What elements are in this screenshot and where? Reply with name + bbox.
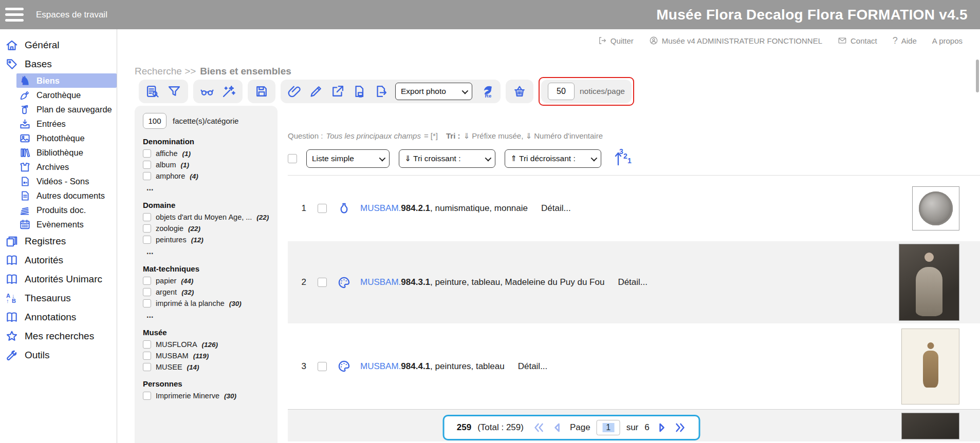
sidebar-item-autorites-unimarc[interactable]: Autorités Unimarc (0, 269, 117, 288)
facet-item-peintures[interactable]: peintures(12) (143, 236, 269, 244)
record-thumbnail[interactable] (901, 329, 959, 405)
hamburger-menu-icon[interactable] (5, 8, 24, 22)
external-link-icon[interactable] (330, 84, 345, 99)
sidebar-item-autres-documents[interactable]: Autres documents (16, 188, 117, 203)
facet-item-musee[interactable]: MUSEE(14) (143, 363, 269, 371)
filter-icon[interactable] (167, 84, 181, 99)
sidebar-item-evenements[interactable]: Evènements (16, 217, 117, 232)
facet-item-musflora[interactable]: MUSFLORA(126) (143, 340, 269, 349)
row-checkbox[interactable] (318, 204, 327, 213)
sidebar-item-annotations[interactable]: Annotations (0, 307, 117, 326)
record-thumbnail[interactable] (901, 413, 959, 439)
previous-page-icon[interactable] (551, 421, 564, 434)
checkbox[interactable] (143, 352, 151, 360)
page-input[interactable]: 1 (597, 420, 620, 435)
magic-wand-icon[interactable] (221, 84, 236, 99)
facet-item-objets-art[interactable]: objets d'art du Moyen Age, ...(22) (143, 213, 269, 221)
checkbox[interactable] (143, 224, 151, 233)
results-list: 1 MUSBAM.984.2.1, numismatique, monnaie … (288, 175, 980, 443)
checkbox[interactable] (143, 340, 151, 349)
export-document-icon[interactable] (374, 84, 388, 99)
vertical-scrollbar[interactable] (976, 60, 979, 92)
save-icon[interactable] (254, 84, 269, 99)
help-link[interactable]: ? Aide (893, 35, 917, 46)
checkbox[interactable] (143, 172, 151, 180)
sidebar-item-videos-sons[interactable]: Vidéos - Sons (16, 174, 117, 188)
basket-icon[interactable] (512, 84, 527, 99)
detail-link[interactable]: Détail... (518, 361, 548, 372)
result-row[interactable]: 1 MUSBAM.984.2.1, numismatique, monnaie … (288, 176, 980, 241)
record-prefix-link[interactable]: MUSBAM. (360, 361, 401, 371)
last-page-icon[interactable] (674, 421, 687, 434)
row-checkbox[interactable] (318, 278, 327, 287)
facet-item-imprimerie-minerve[interactable]: Imprimerie Minerve(30) (143, 392, 269, 400)
sidebar-item-phototheque[interactable]: Photothèque (16, 131, 117, 145)
results-list-icon[interactable] (145, 84, 160, 99)
facet-item-imprime[interactable]: imprimé à la planche(30) (143, 299, 269, 307)
detail-link[interactable]: Détail... (541, 203, 571, 214)
facet-item-album[interactable]: album(1) (143, 161, 269, 169)
checkbox[interactable] (143, 277, 151, 285)
per-page-input[interactable] (548, 83, 575, 100)
record-prefix-link[interactable]: MUSBAM. (360, 277, 401, 287)
facet-more-link[interactable]: ... (146, 247, 269, 256)
checkbox[interactable] (143, 149, 151, 158)
sidebar-item-entrees[interactable]: Entrées (16, 117, 117, 131)
facet-item-papier[interactable]: papier(44) (143, 277, 269, 285)
edit-pencil-icon[interactable] (309, 84, 323, 99)
contact-link[interactable]: Contact (838, 36, 877, 45)
workspace-label[interactable]: Espaces de travail (36, 10, 107, 20)
facet-item-musbam[interactable]: MUSBAM(119) (143, 352, 269, 360)
user-account-link[interactable]: Musée v4 ADMINISTRATEUR FONCTIONNEL (649, 36, 822, 45)
facets-per-category-input[interactable] (143, 113, 167, 129)
sidebar-item-carotheque[interactable]: Carothèque (16, 88, 117, 102)
export-photo-select[interactable]: Export photo (395, 83, 472, 100)
about-link[interactable]: A propos (932, 36, 963, 45)
result-row[interactable]: 3 MUSBAM.984.4.1, peintures, tableau Dét… (288, 323, 980, 409)
checkbox[interactable] (143, 161, 151, 169)
facet-item-amphore[interactable]: amphore(4) (143, 172, 269, 180)
sort-ascending-select[interactable]: ⇓ Tri croissant : (399, 149, 495, 168)
sidebar-item-produits-doc[interactable]: Produits doc. (16, 203, 117, 217)
sidebar-item-registres[interactable]: Registres (0, 232, 117, 251)
checkbox[interactable] (143, 236, 151, 244)
attachment-icon[interactable] (287, 84, 302, 99)
facet-item-zoologie[interactable]: zoologie(22) (143, 224, 269, 233)
checkbox[interactable] (143, 363, 151, 371)
facet-item-argent[interactable]: argent(32) (143, 288, 269, 296)
next-page-icon[interactable] (656, 421, 668, 434)
detail-link[interactable]: Détail... (618, 277, 648, 287)
sidebar-item-thesaurus[interactable]: A↓↑B Thesaurus (0, 288, 117, 307)
sidebar-item-plan-sauvegarde[interactable]: Plan de sauvegarde (16, 102, 117, 117)
checkbox[interactable] (143, 392, 151, 400)
glasses-icon[interactable] (200, 84, 214, 99)
record-prefix-link[interactable]: MUSBAM. (360, 203, 401, 213)
facet-more-link[interactable]: ... (146, 183, 269, 192)
report-feather-icon[interactable]: Re (479, 84, 494, 99)
row-checkbox[interactable] (318, 362, 327, 371)
multi-sort-icon[interactable]: 3 2 1 (615, 149, 632, 168)
doc-products-icon (19, 204, 31, 216)
print-document-icon[interactable] (352, 84, 366, 99)
sidebar-item-archives[interactable]: Archives (16, 160, 117, 174)
sidebar-item-bibliotheque[interactable]: Bibliothèque (16, 145, 117, 160)
quit-link[interactable]: Quitter (598, 36, 634, 45)
record-thumbnail[interactable] (912, 186, 959, 230)
sidebar-item-mes-recherches[interactable]: Mes recherches (0, 326, 117, 345)
sidebar-item-general[interactable]: Général (0, 35, 117, 54)
first-page-icon[interactable] (533, 421, 545, 434)
sidebar-item-biens[interactable]: ♞ Biens (16, 73, 117, 88)
select-all-checkbox[interactable] (288, 154, 297, 163)
checkbox[interactable] (143, 299, 151, 307)
checkbox[interactable] (143, 213, 151, 221)
sidebar-item-bases[interactable]: Bases (0, 54, 117, 73)
display-mode-select[interactable]: Liste simple (306, 149, 390, 168)
sidebar-item-outils[interactable]: Outils (0, 345, 117, 364)
facet-more-link[interactable]: ... (146, 311, 269, 320)
facet-item-affiche[interactable]: affiche(1) (143, 149, 269, 158)
record-thumbnail[interactable] (899, 244, 959, 321)
result-row[interactable]: 2 MUSBAM.984.3.1, peinture, tableau, Mad… (288, 241, 980, 323)
checkbox[interactable] (143, 288, 151, 296)
sidebar-item-autorites[interactable]: Autorités (0, 251, 117, 269)
sort-descending-select[interactable]: ⇑ Tri décroissant : (505, 149, 601, 168)
